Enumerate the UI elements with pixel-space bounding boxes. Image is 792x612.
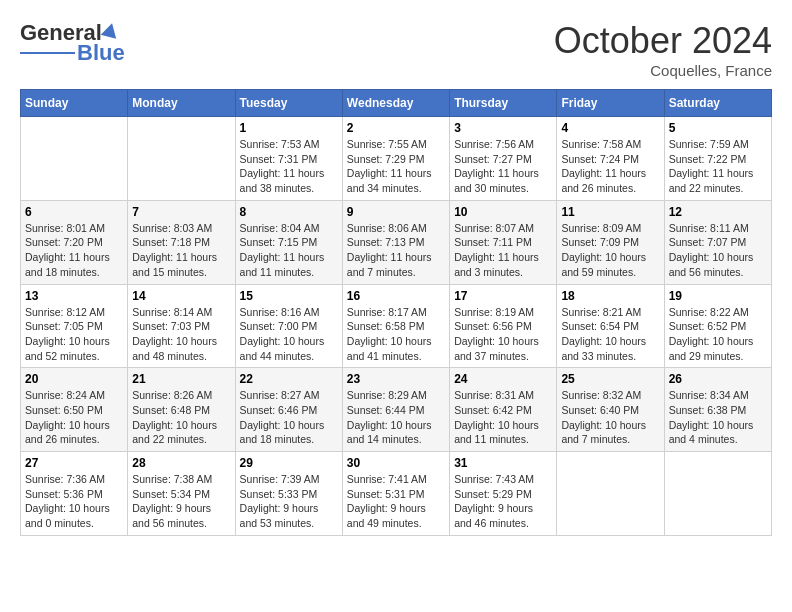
logo: General Blue (20, 20, 125, 66)
month-title: October 2024 (554, 20, 772, 62)
calendar-cell: 10Sunrise: 8:07 AMSunset: 7:11 PMDayligh… (450, 200, 557, 284)
day-info: Sunrise: 8:29 AMSunset: 6:44 PMDaylight:… (347, 388, 445, 447)
calendar-header-row: Sunday Monday Tuesday Wednesday Thursday… (21, 90, 772, 117)
title-block: October 2024 Coquelles, France (554, 20, 772, 79)
calendar-cell: 3Sunrise: 7:56 AMSunset: 7:27 PMDaylight… (450, 117, 557, 201)
svg-marker-0 (101, 21, 120, 39)
calendar-cell (21, 117, 128, 201)
day-info: Sunrise: 8:09 AMSunset: 7:09 PMDaylight:… (561, 221, 659, 280)
day-info: Sunrise: 7:36 AMSunset: 5:36 PMDaylight:… (25, 472, 123, 531)
calendar-cell: 26Sunrise: 8:34 AMSunset: 6:38 PMDayligh… (664, 368, 771, 452)
day-number: 22 (240, 372, 338, 386)
day-info: Sunrise: 7:59 AMSunset: 7:22 PMDaylight:… (669, 137, 767, 196)
day-number: 24 (454, 372, 552, 386)
day-info: Sunrise: 8:17 AMSunset: 6:58 PMDaylight:… (347, 305, 445, 364)
day-number: 4 (561, 121, 659, 135)
day-info: Sunrise: 8:01 AMSunset: 7:20 PMDaylight:… (25, 221, 123, 280)
day-number: 5 (669, 121, 767, 135)
day-info: Sunrise: 8:34 AMSunset: 6:38 PMDaylight:… (669, 388, 767, 447)
calendar-cell: 23Sunrise: 8:29 AMSunset: 6:44 PMDayligh… (342, 368, 449, 452)
day-info: Sunrise: 8:11 AMSunset: 7:07 PMDaylight:… (669, 221, 767, 280)
day-info: Sunrise: 8:27 AMSunset: 6:46 PMDaylight:… (240, 388, 338, 447)
calendar-cell: 1Sunrise: 7:53 AMSunset: 7:31 PMDaylight… (235, 117, 342, 201)
day-number: 17 (454, 289, 552, 303)
calendar-week-5: 27Sunrise: 7:36 AMSunset: 5:36 PMDayligh… (21, 452, 772, 536)
col-saturday: Saturday (664, 90, 771, 117)
calendar-cell: 8Sunrise: 8:04 AMSunset: 7:15 PMDaylight… (235, 200, 342, 284)
day-number: 16 (347, 289, 445, 303)
col-friday: Friday (557, 90, 664, 117)
day-info: Sunrise: 7:41 AMSunset: 5:31 PMDaylight:… (347, 472, 445, 531)
day-number: 28 (132, 456, 230, 470)
day-info: Sunrise: 8:14 AMSunset: 7:03 PMDaylight:… (132, 305, 230, 364)
day-info: Sunrise: 7:53 AMSunset: 7:31 PMDaylight:… (240, 137, 338, 196)
calendar-cell: 6Sunrise: 8:01 AMSunset: 7:20 PMDaylight… (21, 200, 128, 284)
day-number: 6 (25, 205, 123, 219)
calendar-cell: 27Sunrise: 7:36 AMSunset: 5:36 PMDayligh… (21, 452, 128, 536)
day-info: Sunrise: 8:24 AMSunset: 6:50 PMDaylight:… (25, 388, 123, 447)
day-info: Sunrise: 8:03 AMSunset: 7:18 PMDaylight:… (132, 221, 230, 280)
calendar-week-4: 20Sunrise: 8:24 AMSunset: 6:50 PMDayligh… (21, 368, 772, 452)
day-number: 8 (240, 205, 338, 219)
day-info: Sunrise: 8:12 AMSunset: 7:05 PMDaylight:… (25, 305, 123, 364)
calendar-cell: 30Sunrise: 7:41 AMSunset: 5:31 PMDayligh… (342, 452, 449, 536)
calendar-cell: 4Sunrise: 7:58 AMSunset: 7:24 PMDaylight… (557, 117, 664, 201)
day-info: Sunrise: 8:26 AMSunset: 6:48 PMDaylight:… (132, 388, 230, 447)
day-number: 20 (25, 372, 123, 386)
col-monday: Monday (128, 90, 235, 117)
col-tuesday: Tuesday (235, 90, 342, 117)
calendar-cell: 22Sunrise: 8:27 AMSunset: 6:46 PMDayligh… (235, 368, 342, 452)
day-number: 7 (132, 205, 230, 219)
day-number: 25 (561, 372, 659, 386)
calendar-cell: 14Sunrise: 8:14 AMSunset: 7:03 PMDayligh… (128, 284, 235, 368)
day-number: 31 (454, 456, 552, 470)
day-info: Sunrise: 7:56 AMSunset: 7:27 PMDaylight:… (454, 137, 552, 196)
calendar-cell: 24Sunrise: 8:31 AMSunset: 6:42 PMDayligh… (450, 368, 557, 452)
day-number: 26 (669, 372, 767, 386)
calendar-cell (557, 452, 664, 536)
day-number: 12 (669, 205, 767, 219)
day-info: Sunrise: 8:06 AMSunset: 7:13 PMDaylight:… (347, 221, 445, 280)
calendar-week-3: 13Sunrise: 8:12 AMSunset: 7:05 PMDayligh… (21, 284, 772, 368)
day-info: Sunrise: 8:04 AMSunset: 7:15 PMDaylight:… (240, 221, 338, 280)
day-info: Sunrise: 8:22 AMSunset: 6:52 PMDaylight:… (669, 305, 767, 364)
day-info: Sunrise: 7:58 AMSunset: 7:24 PMDaylight:… (561, 137, 659, 196)
calendar-cell: 11Sunrise: 8:09 AMSunset: 7:09 PMDayligh… (557, 200, 664, 284)
calendar-cell: 15Sunrise: 8:16 AMSunset: 7:00 PMDayligh… (235, 284, 342, 368)
day-number: 18 (561, 289, 659, 303)
col-wednesday: Wednesday (342, 90, 449, 117)
day-number: 11 (561, 205, 659, 219)
calendar-week-1: 1Sunrise: 7:53 AMSunset: 7:31 PMDaylight… (21, 117, 772, 201)
day-info: Sunrise: 7:43 AMSunset: 5:29 PMDaylight:… (454, 472, 552, 531)
day-number: 29 (240, 456, 338, 470)
calendar-cell (128, 117, 235, 201)
day-number: 15 (240, 289, 338, 303)
calendar-cell: 21Sunrise: 8:26 AMSunset: 6:48 PMDayligh… (128, 368, 235, 452)
day-number: 2 (347, 121, 445, 135)
calendar-cell: 31Sunrise: 7:43 AMSunset: 5:29 PMDayligh… (450, 452, 557, 536)
calendar-cell: 16Sunrise: 8:17 AMSunset: 6:58 PMDayligh… (342, 284, 449, 368)
day-number: 23 (347, 372, 445, 386)
day-number: 19 (669, 289, 767, 303)
day-number: 21 (132, 372, 230, 386)
day-info: Sunrise: 7:39 AMSunset: 5:33 PMDaylight:… (240, 472, 338, 531)
page-header: General Blue October 2024 Coquelles, Fra… (20, 20, 772, 79)
day-number: 1 (240, 121, 338, 135)
calendar-cell: 25Sunrise: 8:32 AMSunset: 6:40 PMDayligh… (557, 368, 664, 452)
calendar-cell: 17Sunrise: 8:19 AMSunset: 6:56 PMDayligh… (450, 284, 557, 368)
day-number: 9 (347, 205, 445, 219)
logo-blue-text: Blue (77, 40, 125, 66)
day-number: 13 (25, 289, 123, 303)
calendar-cell (664, 452, 771, 536)
logo-arrow-icon (100, 21, 120, 41)
day-number: 14 (132, 289, 230, 303)
calendar-table: Sunday Monday Tuesday Wednesday Thursday… (20, 89, 772, 536)
day-number: 30 (347, 456, 445, 470)
day-info: Sunrise: 7:38 AMSunset: 5:34 PMDaylight:… (132, 472, 230, 531)
day-number: 27 (25, 456, 123, 470)
calendar-cell: 9Sunrise: 8:06 AMSunset: 7:13 PMDaylight… (342, 200, 449, 284)
day-info: Sunrise: 8:21 AMSunset: 6:54 PMDaylight:… (561, 305, 659, 364)
calendar-cell: 13Sunrise: 8:12 AMSunset: 7:05 PMDayligh… (21, 284, 128, 368)
day-info: Sunrise: 8:19 AMSunset: 6:56 PMDaylight:… (454, 305, 552, 364)
calendar-cell: 5Sunrise: 7:59 AMSunset: 7:22 PMDaylight… (664, 117, 771, 201)
